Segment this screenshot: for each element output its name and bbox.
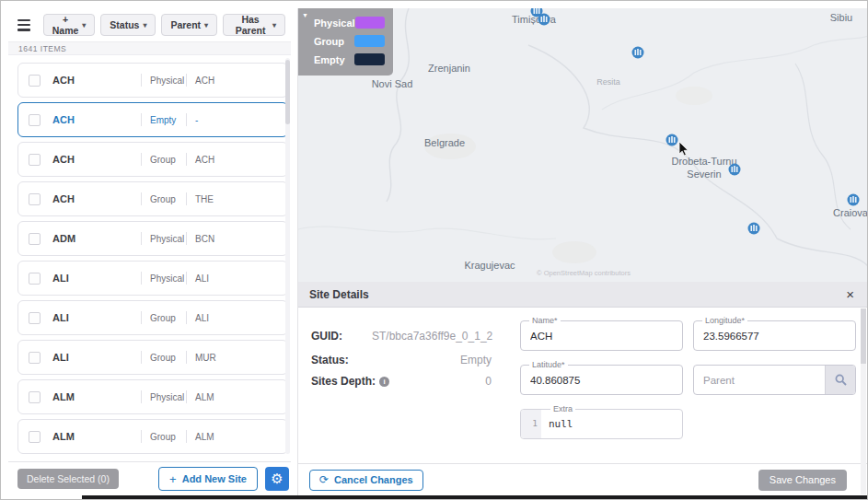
add-new-site-label: Add New Site	[182, 473, 247, 484]
site-parent: ALM	[187, 432, 214, 442]
map-city-label: Novi Sad	[372, 78, 413, 89]
map-marker[interactable]	[538, 13, 550, 26]
close-icon[interactable]: ×	[846, 287, 854, 301]
row-checkbox[interactable]	[29, 233, 41, 245]
extra-field-label: Extra	[550, 404, 575, 413]
name-input[interactable]	[521, 321, 682, 350]
list-item[interactable]: ALI Group MUR	[17, 340, 288, 375]
save-changes-button[interactable]: Save Changes	[758, 470, 847, 491]
list-item[interactable]: ACH Physical ACH	[17, 63, 288, 98]
row-checkbox[interactable]	[29, 391, 41, 403]
map-city-label: Belgrade	[424, 137, 465, 148]
scrollbar-thumb[interactable]	[285, 60, 290, 124]
menu-icon[interactable]	[17, 19, 30, 31]
site-parent: ACH	[187, 155, 214, 165]
legend-item-empty: Empty	[314, 53, 385, 65]
map-marker[interactable]	[747, 222, 760, 235]
list-item[interactable]: ALM Group ALM	[17, 419, 288, 454]
site-parent: ALM	[187, 392, 214, 402]
site-parent: ALI	[187, 313, 209, 323]
gear-icon: ⚙	[271, 471, 283, 486]
legend-item-group: Group	[314, 35, 385, 47]
list-item[interactable]: ACH Group THE	[17, 181, 288, 216]
filter-hasparent-button[interactable]: Has Parent ▾	[223, 14, 285, 36]
map-city-label: Resita	[596, 77, 620, 87]
legend-label: Physical	[314, 17, 355, 29]
row-checkbox[interactable]	[29, 312, 41, 324]
list-item[interactable]: ADM Physical BCN	[17, 221, 288, 256]
map-marker[interactable]	[728, 163, 741, 176]
legend-swatch-group	[354, 35, 385, 47]
list-scrollbar[interactable]	[285, 58, 290, 454]
settings-button[interactable]: ⚙	[265, 467, 289, 491]
legend-collapse-icon[interactable]: ▼	[302, 12, 308, 18]
legend-label: Group	[314, 36, 344, 47]
details-footer: ⟳ Cancel Changes Save Changes	[298, 463, 867, 495]
row-checkbox[interactable]	[29, 273, 41, 285]
map-marker[interactable]	[665, 134, 678, 146]
site-name: ALI	[52, 352, 141, 363]
window-bottom-edge	[82, 495, 867, 499]
longitude-input[interactable]	[694, 321, 855, 350]
extra-field[interactable]: Extra 1 null	[520, 409, 683, 439]
site-parent: MUR	[187, 353, 216, 363]
plus-icon: +	[169, 472, 177, 486]
filter-status-button[interactable]: Status ▾	[100, 14, 156, 36]
site-name: ALI	[52, 273, 141, 284]
site-name: ADM	[52, 233, 141, 244]
row-checkbox[interactable]	[29, 75, 41, 87]
filter-hasparent-label: Has Parent	[232, 14, 269, 36]
row-checkbox[interactable]	[29, 114, 41, 126]
row-checkbox[interactable]	[29, 154, 41, 166]
row-checkbox[interactable]	[29, 352, 41, 364]
panel-title: Site Details	[309, 288, 369, 301]
add-new-site-button[interactable]: + Add New Site	[158, 467, 258, 491]
parent-input[interactable]	[694, 366, 825, 394]
delete-selected-button[interactable]: Delete Selected (0)	[17, 469, 119, 489]
site-parent: ACH	[187, 76, 214, 86]
filter-parent-label: Parent	[170, 19, 201, 30]
details-scrollbar[interactable]	[861, 308, 866, 494]
latitude-field[interactable]: Latitude*	[520, 365, 683, 395]
site-status: Group	[142, 313, 186, 323]
site-name: ACH	[52, 154, 141, 165]
list-item[interactable]: ALI Group ALI	[17, 300, 288, 335]
map-marker[interactable]	[631, 46, 644, 59]
list-item[interactable]: ACH Group ACH	[17, 142, 288, 177]
filter-status-label: Status	[110, 19, 139, 30]
map-marker[interactable]	[847, 193, 860, 206]
map-legend: ▼ Physical Group Empty	[298, 8, 393, 76]
app-window: + Name ▾ Status ▾ Parent ▾ Has Parent ▾ …	[0, 0, 868, 500]
parent-search-button[interactable]	[825, 366, 855, 394]
filter-parent-button[interactable]: Parent ▾	[161, 14, 217, 36]
list-item[interactable]: ALM Physical ALM	[17, 379, 288, 414]
site-name: ACH	[52, 114, 141, 125]
sites-list[interactable]: ACH Physical ACH ACH Empty - ACH Group	[8, 58, 291, 461]
latitude-input[interactable]	[521, 366, 682, 394]
site-parent: -	[187, 115, 198, 125]
cancel-changes-label: Cancel Changes	[334, 474, 413, 485]
items-count: 1641 ITEMS	[8, 41, 291, 55]
row-checkbox[interactable]	[29, 431, 41, 443]
site-status: Group	[142, 194, 186, 204]
extra-line-number: 1	[521, 410, 541, 438]
chevron-down-icon: ▾	[143, 21, 146, 29]
reset-icon: ⟳	[319, 473, 329, 486]
longitude-field[interactable]: Longitude*	[693, 320, 856, 351]
scrollbar-thumb[interactable]	[861, 308, 866, 364]
parent-field[interactable]	[693, 365, 856, 395]
list-item-selected[interactable]: ACH Empty -	[17, 102, 288, 137]
site-name: ACH	[52, 193, 141, 204]
site-status: Physical	[142, 234, 186, 244]
list-item[interactable]: ALI Physical ALI	[17, 261, 288, 296]
cancel-changes-button[interactable]: ⟳ Cancel Changes	[309, 470, 423, 491]
filter-name-button[interactable]: + Name ▾	[43, 14, 96, 36]
sites-sidebar: + Name ▾ Status ▾ Parent ▾ Has Parent ▾ …	[8, 8, 291, 495]
chevron-down-icon: ▾	[272, 21, 276, 29]
row-checkbox[interactable]	[29, 193, 41, 205]
map-canvas[interactable]: Timișoara Sibiu Zrenjanin Novi Sad Resit…	[297, 8, 867, 282]
name-field[interactable]: Name*	[520, 320, 683, 351]
site-parent: ALI	[187, 273, 209, 284]
extra-value[interactable]: null	[549, 418, 573, 430]
map-city-label: Sibiu	[830, 12, 852, 23]
